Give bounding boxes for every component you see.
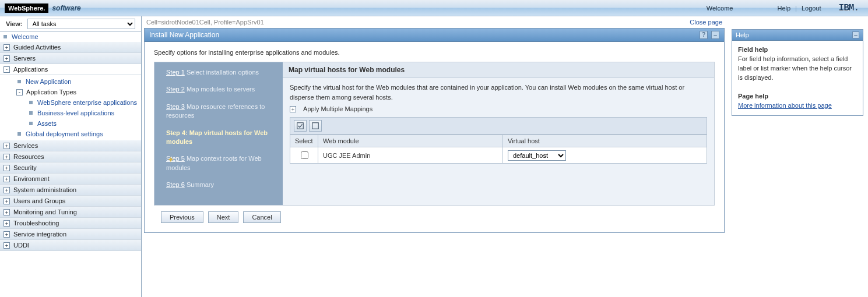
svg-rect-0: [297, 123, 304, 129]
expand-icon[interactable]: +: [3, 220, 10, 227]
cancel-button[interactable]: Cancel: [243, 211, 280, 223]
expand-icon[interactable]: +: [3, 231, 10, 238]
square-bullet-icon: [29, 111, 33, 115]
help-minimize-icon[interactable]: –: [852, 31, 859, 38]
ibm-logo: IBM.: [839, 3, 862, 13]
next-button[interactable]: Next: [208, 211, 239, 223]
square-bullet-icon: [3, 35, 7, 38]
step-5[interactable]: ✦ Step 5 Map context roots for Web modul…: [166, 154, 276, 172]
step-6[interactable]: Step 6 Summary: [166, 181, 276, 189]
expand-icon[interactable]: +: [3, 242, 10, 249]
intro-text: Specify options for installing enterpris…: [154, 49, 715, 56]
install-panel: Install New Application ? – Specify opti…: [144, 28, 725, 233]
nav-new-application[interactable]: New Application: [14, 76, 141, 87]
help-panel: Help – Field help For field help informa…: [732, 29, 863, 116]
nav-business-level-apps[interactable]: Business-level applications: [26, 108, 141, 118]
expand-icon[interactable]: +: [3, 209, 10, 215]
nav-welcome[interactable]: Welcome: [0, 31, 141, 42]
col-web-module: Web module: [318, 135, 503, 147]
table-row: UGC JEE Admin default_host: [290, 147, 707, 164]
square-bullet-icon: [17, 132, 21, 136]
expand-icon[interactable]: +: [3, 198, 10, 204]
sep: |: [795, 5, 797, 12]
panel-title: Install New Application: [149, 31, 219, 39]
row-module-name: UGC JEE Admin: [318, 147, 503, 164]
apply-multiple-mappings[interactable]: + Apply Multiple Mappings: [290, 105, 707, 112]
help-link[interactable]: Help: [777, 5, 790, 12]
nav-global-deployment[interactable]: Global deployment settings: [14, 129, 141, 139]
nav-uddi[interactable]: + UDDI: [0, 240, 141, 251]
col-select: Select: [290, 135, 318, 147]
panel-help-icon[interactable]: ?: [700, 31, 708, 39]
close-page-link[interactable]: Close page: [690, 19, 722, 26]
deselect-all-button[interactable]: [309, 120, 322, 132]
expand-icon[interactable]: +: [290, 106, 296, 112]
expand-icon[interactable]: +: [3, 187, 10, 193]
nav-applications[interactable]: - Applications: [0, 64, 141, 75]
step-2[interactable]: Step 2 Map modules to servers: [166, 85, 276, 94]
field-help-text: For field help information, select a fie…: [738, 55, 852, 81]
top-bar: WebSphere. software Welcome Help | Logou…: [0, 0, 868, 16]
nav-guided-activities[interactable]: + Guided Activities: [0, 42, 141, 53]
nav-users-groups[interactable]: + Users and Groups: [0, 196, 141, 207]
nav-resources[interactable]: + Resources: [0, 151, 141, 162]
form-description: Specify the virtual host for the Web mod…: [290, 83, 707, 102]
panel-minimize-icon[interactable]: –: [711, 31, 719, 39]
page-help-link[interactable]: More information about this page: [738, 102, 832, 109]
star-icon: ✦: [167, 154, 174, 166]
nav-application-types[interactable]: - Application Types: [14, 87, 141, 97]
nav-system-administration[interactable]: + System administration: [0, 185, 141, 196]
topbar-right: Welcome Help | Logout IBM.: [707, 3, 862, 13]
nav-column: View: All tasks Welcome + Guided Activit…: [0, 16, 142, 297]
expand-icon[interactable]: +: [3, 154, 10, 160]
expand-icon[interactable]: +: [3, 55, 10, 62]
square-bullet-icon: [29, 101, 33, 104]
help-title: Help: [736, 31, 749, 38]
welcome-user-label: Welcome: [707, 5, 733, 12]
select-all-button[interactable]: [294, 120, 307, 132]
expand-icon[interactable]: +: [3, 165, 10, 171]
square-bullet-icon: [17, 80, 21, 83]
nav-monitoring-tuning[interactable]: + Monitoring and Tuning: [0, 207, 141, 218]
previous-button[interactable]: Previous: [161, 211, 203, 223]
nav-list: Welcome + Guided Activities + Servers - …: [0, 31, 141, 251]
step-3[interactable]: Step 3 Map resource references to resour…: [166, 102, 276, 121]
nav-security[interactable]: + Security: [0, 162, 141, 174]
expand-icon[interactable]: +: [3, 44, 10, 51]
view-select[interactable]: All tasks: [27, 19, 135, 29]
expand-icon[interactable]: +: [3, 143, 10, 149]
step-1[interactable]: Step 1 Select installation options: [166, 68, 276, 77]
square-bullet-icon: [29, 122, 33, 125]
row-checkbox[interactable]: [301, 151, 308, 159]
nav-services[interactable]: + Services: [0, 140, 141, 151]
nav-applications-children: New Application - Application Types WebS…: [0, 75, 141, 140]
brand-logo: WebSphere.: [5, 3, 48, 13]
form-title: Map virtual hosts for Web modules: [283, 62, 714, 78]
nav-ws-enterprise-apps[interactable]: WebSphere enterprise applications: [26, 97, 141, 108]
wizard-form: Map virtual hosts for Web modules Specif…: [283, 62, 714, 205]
view-row: View: All tasks: [0, 16, 141, 31]
modules-table: Select Web module Virtual host: [290, 135, 707, 164]
nav-troubleshooting[interactable]: + Troubleshooting: [0, 218, 141, 229]
step-4-current: → Step 4: Map virtual hosts for Web modu…: [166, 129, 276, 147]
svg-rect-1: [312, 123, 319, 129]
expand-icon[interactable]: +: [3, 176, 10, 182]
nav-environment[interactable]: + Environment: [0, 174, 141, 185]
breadcrumb: Cell=sidrotNode01Cell, Profile=AppSrv01: [146, 19, 264, 26]
nav-service-integration[interactable]: + Service integration: [0, 229, 141, 240]
page-help-heading: Page help: [738, 93, 768, 100]
virtual-host-select[interactable]: default_host: [508, 150, 566, 161]
nav-assets[interactable]: Assets: [26, 118, 141, 129]
nav-servers[interactable]: + Servers: [0, 53, 141, 64]
wizard-steps: Step 1 Select installation options Step …: [154, 62, 283, 205]
collapse-icon[interactable]: -: [3, 66, 10, 73]
arrow-right-icon: →: [168, 129, 175, 139]
field-help-heading: Field help: [738, 46, 768, 53]
logout-link[interactable]: Logout: [802, 5, 821, 12]
software-label: software: [52, 4, 80, 12]
table-toolbar: [290, 117, 707, 135]
col-virtual-host: Virtual host: [503, 135, 707, 147]
collapse-icon[interactable]: -: [16, 89, 23, 96]
view-label: View:: [6, 20, 23, 27]
